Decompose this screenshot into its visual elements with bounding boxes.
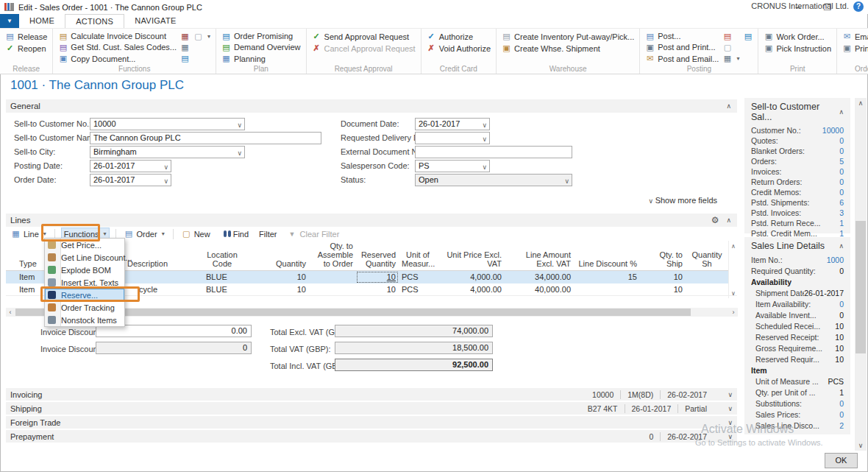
authorize-button[interactable]: Authorize — [427, 31, 491, 42]
factbox-row-value[interactable]: 0 — [839, 177, 844, 186]
menu-item[interactable]: Nonstock Items — [45, 314, 124, 326]
general-section-header[interactable]: General ∧ — [6, 99, 737, 113]
factbox-row-value[interactable]: 6 — [839, 198, 844, 207]
collapse-icon[interactable]: ∧ — [726, 102, 731, 110]
line-menu-button[interactable]: Line — [9, 228, 49, 240]
scrollbar-thumb[interactable] — [855, 221, 866, 353]
moves-button[interactable] — [180, 42, 190, 52]
expand-icon[interactable]: ∨ — [714, 419, 733, 426]
expand-icon[interactable]: ∨ — [714, 391, 733, 398]
expand-icon[interactable]: ∨ — [714, 405, 733, 412]
chevron-down-icon[interactable] — [163, 176, 168, 187]
invoice-discount-pct-field[interactable]: 0 — [96, 342, 252, 354]
menu-item[interactable]: Get Line Discount... — [45, 251, 124, 264]
new-line-button[interactable]: New — [179, 228, 213, 240]
grid-vertical-scrollbar[interactable]: ∧ ∨ — [728, 241, 738, 298]
factbox-row-value[interactable]: 10000 — [822, 126, 844, 135]
sell-to-city-field[interactable]: Birmingham — [90, 146, 245, 158]
menu-item[interactable]: Explode BOM — [45, 264, 124, 276]
factbox-row-value[interactable]: 0 — [839, 188, 844, 197]
sell-to-customer-name-field[interactable]: The Cannon Group PLC — [90, 132, 321, 144]
order-promising-button[interactable]: Order Promising — [221, 31, 300, 41]
chevron-down-icon[interactable] — [482, 120, 487, 131]
posting-date-field[interactable]: 26-01-2017 — [90, 160, 171, 172]
collapse-icon[interactable]: ∧ — [839, 242, 844, 250]
chevron-down-icon[interactable] — [482, 134, 487, 145]
factbox-row-value[interactable]: 10 — [835, 333, 844, 342]
factbox-row-value[interactable]: 0 — [839, 300, 844, 309]
external-document-no-field[interactable] — [415, 146, 572, 158]
print-confirmation-button[interactable]: Print Confirmation... — [842, 43, 868, 54]
preview-posting-button[interactable] — [722, 42, 739, 52]
factbox-header[interactable]: Sell-to Customer Sal... ∧ — [744, 98, 850, 125]
column-header-line-discount[interactable]: Line Discount % — [574, 241, 640, 271]
factbox-header[interactable]: Sales Line Details ∧ — [744, 237, 850, 254]
email-confirmation-button[interactable]: Email Confirmation... — [842, 31, 868, 42]
release-button[interactable]: Release — [5, 31, 47, 42]
chevron-down-icon[interactable] — [564, 176, 569, 187]
send-approval-request-button[interactable]: Send Approval Request — [312, 31, 416, 42]
post-batch-button[interactable] — [722, 54, 739, 64]
menu-item[interactable]: Order Tracking — [45, 301, 124, 314]
factbox-row-value[interactable]: 1 — [839, 388, 844, 397]
factbox-row-value[interactable]: 1 — [839, 219, 844, 228]
prepayment-section-header[interactable]: Prepayment 0 26-02-2017 ∨ — [6, 430, 737, 443]
reserved-quantity-cell[interactable]: 10 — [356, 271, 399, 283]
factbox-row-value[interactable]: 5 — [839, 157, 844, 166]
shipping-section-header[interactable]: Shipping B27 4KT 26-01-2017 Partial ∨ — [6, 402, 737, 415]
filter-button[interactable]: Filter — [257, 228, 279, 240]
factbox-row-value[interactable]: 0 — [839, 399, 844, 408]
post-and-print-button[interactable]: Post and Print... — [645, 42, 719, 52]
factbox-row-value[interactable]: 0 — [839, 167, 844, 176]
column-header-quantity[interactable]: Quantity — [241, 241, 309, 271]
collapse-icon[interactable]: ∧ — [726, 216, 731, 224]
void-authorize-button[interactable]: Void Authorize — [427, 43, 491, 54]
column-header-unit-price[interactable]: Unit Price Excl. VAT — [437, 241, 505, 271]
scroll-up-icon[interactable]: ∧ — [855, 98, 867, 108]
chevron-down-icon[interactable] — [237, 120, 242, 131]
post-button[interactable]: Post... — [645, 31, 719, 41]
factbox-row-value[interactable]: 26-01-2017 — [804, 289, 844, 297]
tab-home[interactable]: HOME — [19, 14, 65, 28]
order-date-field[interactable]: 26-01-2017 — [90, 174, 171, 186]
help-icon[interactable]: ? — [853, 1, 864, 12]
factbox-row-value[interactable]: 0 — [839, 147, 844, 155]
clear-filter-button[interactable]: Clear Filter — [285, 228, 342, 240]
tab-navigate[interactable]: NAVIGATE — [124, 14, 186, 28]
factbox-row-value[interactable]: 3 — [839, 208, 844, 217]
remove-from-job-queue-button[interactable] — [722, 31, 739, 41]
foreign-trade-section-header[interactable]: Foreign Trade ∨ — [6, 416, 737, 429]
planning-button[interactable]: Planning — [221, 54, 300, 64]
app-menu-button[interactable]: ▼ — [0, 14, 19, 28]
factbox-row-value[interactable]: 10 — [835, 355, 844, 364]
factbox-row-value[interactable]: 0 — [839, 136, 844, 145]
column-header-reserved-quantity[interactable]: Reserved Quantity — [356, 241, 399, 271]
copy-document-button[interactable]: Copy Document... — [58, 54, 177, 64]
scroll-up-icon[interactable]: ∧ — [729, 243, 738, 250]
menu-item[interactable]: Reserve... — [45, 289, 124, 301]
factbox-row-value[interactable]: 10 — [835, 344, 844, 353]
create-inventory-putaway-pick-button[interactable]: Create Inventory Put-away/Pick... — [502, 31, 634, 42]
column-header-line-amount[interactable]: Line Amount Excl. VAT — [505, 241, 574, 271]
factbox-row-value[interactable]: 0 — [839, 410, 844, 419]
show-more-fields-link[interactable]: Show more fields — [622, 196, 717, 205]
column-header-type[interactable]: Type — [6, 241, 40, 271]
factbox-row-value[interactable]: PCS — [828, 377, 844, 386]
chevron-down-icon[interactable] — [163, 162, 168, 173]
calculate-invoice-discount-button[interactable]: Calculate Invoice Discount — [58, 31, 177, 41]
chevron-down-icon[interactable] — [237, 148, 242, 159]
reopen-button[interactable]: Reopen — [5, 43, 47, 54]
tab-actions[interactable]: ACTIONS — [65, 14, 124, 28]
lines-section-header[interactable]: Lines ⚙ ∧ — [6, 214, 737, 227]
factbox-row-value[interactable]: 2 — [839, 421, 844, 430]
status-field[interactable]: Open — [415, 174, 572, 186]
get-std-cust-sales-codes-button[interactable]: Get Std. Cust. Sales Codes... — [58, 42, 177, 52]
ok-button[interactable]: OK — [825, 453, 858, 468]
menu-item[interactable]: Get Price... — [45, 239, 124, 251]
main-vertical-scrollbar[interactable]: ∧ ∨ — [855, 98, 867, 451]
column-header-qty-to-ship[interactable]: Qty. to Ship — [640, 241, 686, 271]
create-whse-shipment-button[interactable]: Create Whse. Shipment — [502, 43, 634, 54]
factbox-row-value[interactable]: 1000 — [827, 256, 844, 264]
column-header-quantity-shipped[interactable]: Quantity Sh — [686, 241, 728, 271]
scroll-down-icon[interactable]: ∨ — [855, 440, 867, 451]
